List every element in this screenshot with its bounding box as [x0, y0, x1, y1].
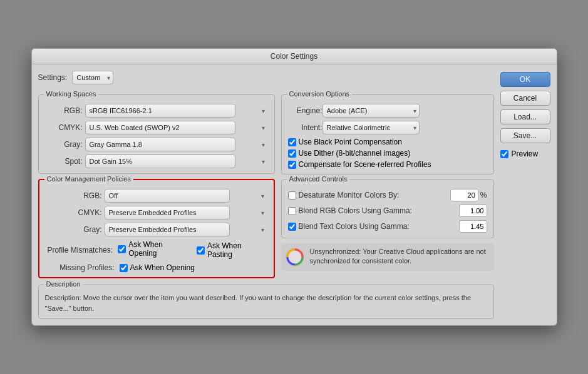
blend-text-label: Blend Text Colors Using Gamma:: [299, 222, 459, 231]
ws-cmyk-select[interactable]: U.S. Web Coated (SWOP) v2: [85, 121, 235, 134]
ws-cmyk-wrapper[interactable]: U.S. Web Coated (SWOP) v2: [85, 121, 268, 134]
cms-rgb-label: RGB:: [46, 191, 102, 200]
black-point-checkbox[interactable]: [288, 138, 296, 146]
cms-gray-label: Gray:: [46, 225, 102, 234]
ws-spot-wrapper[interactable]: Dot Gain 15%: [85, 154, 268, 168]
ws-gray-select[interactable]: Gray Gamma 1.8: [85, 138, 235, 151]
ask-when-opening-checkbox[interactable]: [118, 245, 126, 253]
ws-gray-wrapper[interactable]: Gray Gamma 1.8: [85, 138, 268, 151]
settings-label: Settings:: [38, 73, 68, 82]
ok-button[interactable]: OK: [500, 72, 550, 87]
color-settings-dialog: Color Settings Settings: Custom Working …: [31, 48, 557, 326]
desaturate-input[interactable]: [450, 189, 478, 201]
working-spaces-section: Working Spaces RGB: sRGB IEC61966-2.1 CM…: [38, 94, 275, 174]
missing-ask-opening-label[interactable]: Ask When Opening: [120, 263, 195, 272]
cms-grid: RGB: Off CMYK: Preserve Embedded Profile…: [46, 185, 267, 236]
dither-text: Use Dither (8-bit/channel images): [299, 149, 411, 158]
desaturate-checkbox[interactable]: [288, 191, 296, 200]
sync-area: Unsynchronized: Your Creative Cloud appl…: [281, 243, 494, 271]
desaturate-unit: %: [480, 191, 487, 200]
black-point-text: Use Black Point Compensation: [299, 138, 402, 146]
advanced-controls-section: Advanced Controls Desaturate Monitor Col…: [281, 179, 494, 238]
advanced-controls-content: Desaturate Monitor Colors By: % Blend RG…: [288, 185, 487, 233]
missing-profiles-label: Missing Profiles:: [46, 263, 115, 272]
ws-spot-label: Spot:: [45, 157, 83, 166]
desaturate-label: Desaturate Monitor Colors By:: [299, 191, 450, 200]
sync-text: Unsynchronized: Your Creative Cloud appl…: [310, 247, 490, 266]
settings-row: Settings: Custom: [38, 71, 494, 84]
blend-text-row: Blend Text Colors Using Gamma:: [288, 220, 487, 233]
dialog-title: Color Settings: [271, 52, 317, 61]
preview-label: Preview: [512, 149, 539, 158]
sync-icon: [285, 247, 305, 267]
desaturate-row: Desaturate Monitor Colors By: %: [288, 189, 487, 201]
conversion-options-content: Engine: Adobe (ACE) Intent:: [288, 100, 487, 169]
intent-row: Intent: Relative Colorimetric: [288, 121, 487, 134]
right-column: Conversion Options Engine: Adobe (ACE): [281, 94, 494, 278]
blend-rgb-input[interactable]: [459, 205, 487, 217]
intent-select[interactable]: Relative Colorimetric: [322, 121, 420, 134]
ask-when-pasting-checkbox[interactable]: [197, 246, 205, 255]
cms-gray-wrapper[interactable]: Preserve Embedded Profiles: [105, 223, 267, 236]
blend-rgb-label: Blend RGB Colors Using Gamma:: [299, 206, 459, 215]
scene-referred-row[interactable]: Compensate for Scene-referred Profiles: [288, 160, 487, 169]
main-content: Settings: Custom Working Spaces RGB:: [38, 71, 494, 319]
profile-mismatches-label: Profile Mismatches:: [46, 246, 113, 255]
scene-referred-text: Compensate for Scene-referred Profiles: [299, 160, 431, 169]
blend-text-input[interactable]: [459, 220, 487, 233]
settings-select-wrapper[interactable]: Custom: [72, 71, 113, 84]
black-point-row[interactable]: Use Black Point Compensation: [288, 138, 487, 146]
two-col-layout: Working Spaces RGB: sRGB IEC61966-2.1 CM…: [38, 94, 494, 278]
intent-label: Intent:: [288, 123, 322, 132]
ask-when-opening-text: Ask When Opening: [128, 240, 192, 258]
settings-select[interactable]: Custom: [72, 71, 113, 84]
conversion-options-section: Conversion Options Engine: Adobe (ACE): [281, 94, 494, 174]
engine-row: Engine: Adobe (ACE): [288, 104, 487, 118]
load-button[interactable]: Load...: [500, 109, 550, 124]
missing-profiles-row: Missing Profiles: Ask When Opening: [46, 263, 267, 272]
ws-gray-label: Gray:: [45, 140, 83, 149]
dialog-titlebar: Color Settings: [32, 49, 557, 64]
intent-wrapper[interactable]: Relative Colorimetric: [322, 121, 420, 134]
cms-cmyk-label: CMYK:: [46, 208, 102, 217]
ws-rgb-select[interactable]: sRGB IEC61966-2.1: [85, 104, 235, 118]
missing-ask-opening-text: Ask When Opening: [130, 263, 195, 272]
scene-referred-checkbox[interactable]: [288, 161, 296, 169]
cms-cmyk-wrapper[interactable]: Preserve Embedded Profiles: [105, 206, 267, 220]
cms-gray-select[interactable]: Preserve Embedded Profiles: [105, 223, 230, 236]
preview-row[interactable]: Preview: [500, 149, 550, 158]
ws-rgb-wrapper[interactable]: sRGB IEC61966-2.1: [85, 104, 268, 118]
ask-when-pasting-text: Ask When Pasting: [207, 241, 267, 259]
advanced-controls-label: Advanced Controls: [287, 175, 350, 183]
missing-ask-opening-checkbox[interactable]: [120, 264, 128, 272]
engine-wrapper[interactable]: Adobe (ACE): [322, 104, 420, 118]
engine-select[interactable]: Adobe (ACE): [322, 104, 420, 118]
cancel-button[interactable]: Cancel: [500, 91, 550, 106]
profile-mismatches-row: Profile Mismatches: Ask When Opening Ask…: [46, 240, 267, 260]
blend-text-checkbox[interactable]: [288, 223, 296, 231]
engine-label: Engine:: [288, 106, 322, 115]
blend-rgb-checkbox[interactable]: [288, 207, 296, 215]
color-management-section: Color Management Policies RGB: Off CMYK:: [38, 179, 275, 278]
save-button[interactable]: Save...: [500, 128, 550, 143]
dither-checkbox[interactable]: [288, 149, 296, 158]
blend-rgb-row: Blend RGB Colors Using Gamma:: [288, 205, 487, 217]
ws-rgb-label: RGB:: [45, 106, 83, 115]
cms-rgb-select[interactable]: Off: [105, 189, 230, 203]
color-management-label: Color Management Policies: [44, 175, 134, 183]
description-section: Description Description: Move the cursor…: [38, 285, 494, 319]
working-spaces-grid: RGB: sRGB IEC61966-2.1 CMYK: U.S. Web Co…: [45, 100, 268, 168]
ask-when-opening-label[interactable]: Ask When Opening: [118, 240, 192, 258]
description-label: Description: [44, 280, 83, 288]
conversion-options-label: Conversion Options: [287, 90, 353, 98]
preview-checkbox[interactable]: [500, 150, 508, 158]
cms-rgb-wrapper[interactable]: Off: [105, 189, 267, 203]
description-text: Description: Move the cursor over the it…: [45, 290, 487, 313]
ws-spot-select[interactable]: Dot Gain 15%: [85, 154, 235, 168]
ask-when-pasting-label[interactable]: Ask When Pasting: [197, 241, 267, 259]
svg-point-0: [286, 248, 304, 266]
cms-cmyk-select[interactable]: Preserve Embedded Profiles: [105, 206, 230, 220]
dither-row[interactable]: Use Dither (8-bit/channel images): [288, 149, 487, 158]
left-column: Working Spaces RGB: sRGB IEC61966-2.1 CM…: [38, 94, 275, 278]
ws-cmyk-label: CMYK:: [45, 123, 83, 132]
